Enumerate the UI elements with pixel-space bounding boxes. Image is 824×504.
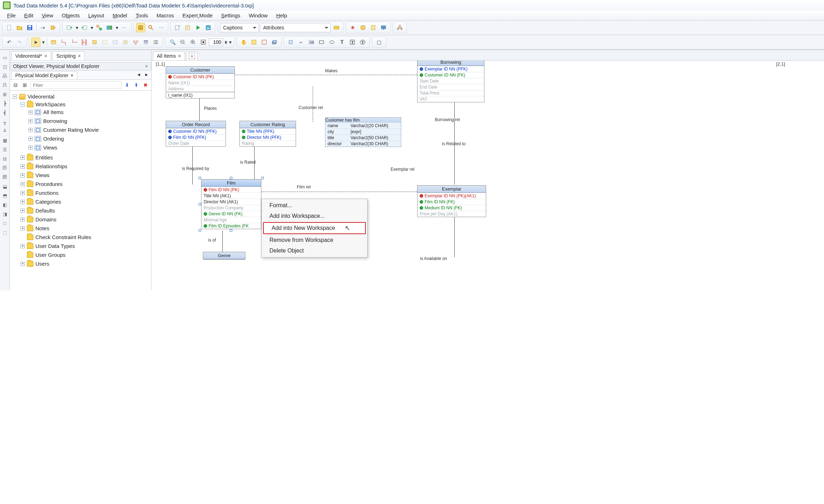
toggle-icon[interactable]: +	[21, 262, 25, 266]
new-icon[interactable]	[5, 23, 14, 32]
workspace-icon[interactable]	[260, 38, 269, 47]
ctx-format[interactable]: Format...	[262, 200, 367, 211]
close-icon[interactable]: ×	[44, 53, 47, 59]
strip-btn[interactable]: ◧	[1, 201, 9, 209]
arrow-up-icon[interactable]: ⬆	[133, 81, 140, 89]
tree-ws-borrowing[interactable]: +Borrowing	[28, 118, 150, 124]
layers-icon[interactable]	[270, 38, 279, 47]
ctx-remove-from-workspace[interactable]: Remove from Workspace	[262, 235, 367, 245]
view-customer-has-film[interactable]: Customer has film nameVarchar2(20 CHAR)c…	[325, 117, 401, 147]
tree-folder-notes[interactable]: +Notes	[20, 225, 150, 232]
zoom-in-icon[interactable]	[188, 38, 198, 47]
ws-tab-all-items[interactable]: All Items ×	[153, 51, 185, 60]
zoom-input[interactable]	[209, 38, 223, 46]
tree-folder-check-constraint-rules[interactable]: Check Constraint Rules	[20, 234, 150, 240]
strip-btn[interactable]: ▦	[1, 136, 9, 144]
strip-btn[interactable]: 品	[1, 72, 9, 80]
dropdown-arrow-icon[interactable]: ▾	[75, 23, 79, 32]
grid-icon[interactable]	[136, 23, 145, 32]
merge-icon[interactable]	[95, 23, 104, 32]
view-tool-icon[interactable]	[100, 38, 109, 47]
overflow-icon[interactable]: ⋯	[120, 23, 129, 32]
menu-window[interactable]: Window	[245, 12, 271, 19]
tree-folder-functions[interactable]: +Functions	[20, 189, 150, 196]
gear-icon[interactable]	[348, 23, 357, 32]
rel-nonid-icon[interactable]: └╌	[69, 38, 79, 47]
run-icon[interactable]	[193, 23, 203, 32]
close-icon[interactable]: ×	[78, 53, 81, 59]
clear-icon[interactable]: ✖	[142, 81, 149, 89]
rel-self-icon[interactable]	[90, 38, 99, 47]
strip-btn[interactable]: ╥	[1, 118, 9, 126]
close-icon[interactable]: ×	[178, 53, 181, 59]
toggle-icon[interactable]: +	[21, 191, 25, 195]
compare-icon[interactable]	[105, 23, 114, 32]
dropdown-arrow-icon[interactable]: ▾	[90, 23, 93, 32]
tree-ws-ordering[interactable]: +Ordering	[28, 135, 150, 142]
toggle-icon[interactable]: +	[28, 137, 33, 141]
doc-tab-scripting[interactable]: Scripting ×	[52, 51, 85, 60]
strip-btn[interactable]: 囲	[1, 173, 9, 181]
toggle-icon[interactable]: +	[28, 110, 33, 114]
hand-icon[interactable]: ✋	[239, 38, 248, 47]
save-icon[interactable]	[25, 23, 34, 32]
toggle-icon[interactable]: +	[21, 155, 25, 160]
inspector-icon[interactable]	[146, 23, 155, 32]
ctx-delete-object[interactable]: Delete Object	[262, 245, 367, 256]
strip-btn[interactable]: ▭	[1, 53, 9, 61]
tree-folder-procedures[interactable]: +Procedures	[20, 181, 150, 187]
zoom-icon[interactable]: 🔍	[168, 38, 177, 47]
refresh-icon[interactable]	[204, 23, 213, 32]
rect-icon[interactable]	[317, 38, 326, 47]
diagram-canvas[interactable]: [1,1] [2,1] Places Makes Customer rel is…	[152, 61, 824, 290]
toggle-icon[interactable]: +	[28, 128, 33, 132]
entity-tool-icon[interactable]	[49, 38, 58, 47]
zoom-fit-icon[interactable]	[199, 38, 208, 47]
text-icon[interactable]: T	[337, 38, 347, 47]
zoom-spinner[interactable]	[209, 38, 227, 46]
stamp-icon[interactable]	[286, 38, 295, 47]
strip-btn[interactable]: 田	[1, 164, 9, 172]
menu-settings[interactable]: Settings	[217, 12, 244, 19]
report-icon[interactable]	[369, 23, 378, 32]
entity-order-record[interactable]: Order Record Customer ID NN (PFK) Film I…	[166, 121, 226, 147]
entity-exemplar[interactable]: Exemplar Exemplar ID NN (PK)(AK1) Film I…	[417, 185, 486, 217]
arrow-down-icon[interactable]: ⬇	[124, 81, 131, 89]
circled-t-icon[interactable]: T	[358, 38, 367, 47]
overflow-icon[interactable]: ⋯	[157, 23, 166, 32]
menu-view[interactable]: View	[38, 12, 57, 19]
tree-icon[interactable]	[395, 23, 404, 32]
note-icon[interactable]	[121, 38, 130, 47]
tree-folder-domains[interactable]: +Domains	[20, 216, 150, 223]
close-icon[interactable]: ×	[70, 73, 73, 78]
keyboard-icon[interactable]	[332, 23, 341, 32]
filter-input[interactable]	[30, 81, 121, 89]
add-entity-icon[interactable]: +	[173, 23, 182, 32]
tree-folder-users[interactable]: +Users	[20, 260, 150, 267]
list-icon[interactable]	[152, 38, 161, 47]
toggle-icon[interactable]: +	[21, 173, 25, 177]
toggle-icon[interactable]: +	[21, 217, 25, 222]
close-icon[interactable]: ×	[145, 63, 148, 69]
connect-icon[interactable]: ⇢	[38, 23, 47, 32]
collapse-icon[interactable]: ⊟	[12, 81, 19, 89]
zoom-out-icon[interactable]	[178, 38, 187, 47]
script-icon[interactable]	[183, 23, 192, 32]
sync-in-icon[interactable]	[65, 23, 74, 32]
tree-ws-views[interactable]: +Views	[28, 144, 150, 151]
tree-view[interactable]: −Videorental −WorkSpaces +All Items+Borr…	[10, 91, 151, 290]
dropdown-arrow-icon[interactable]: ▾	[228, 38, 232, 47]
entity-borrowing[interactable]: Borrowing Exemplar ID NN (PFK) Customer …	[417, 61, 484, 102]
category-icon[interactable]	[131, 38, 140, 47]
strip-btn[interactable]: 吕	[1, 81, 9, 89]
ellipse-icon[interactable]	[327, 38, 336, 47]
redo-icon[interactable]: ↷	[15, 38, 24, 47]
tree-folder-categories[interactable]: +Categories	[20, 198, 150, 205]
subtab-pme[interactable]: Physical Model Explorer ×	[11, 71, 77, 79]
menu-expert-mode[interactable]: Expert Mode	[179, 12, 216, 19]
menu-help[interactable]: Help	[273, 12, 291, 19]
menu-model[interactable]: Model	[109, 12, 131, 19]
nav-right-icon[interactable]: ▶	[143, 71, 150, 78]
image-icon[interactable]: IMG	[307, 38, 316, 47]
pointer-icon[interactable]: ➤	[31, 38, 40, 47]
